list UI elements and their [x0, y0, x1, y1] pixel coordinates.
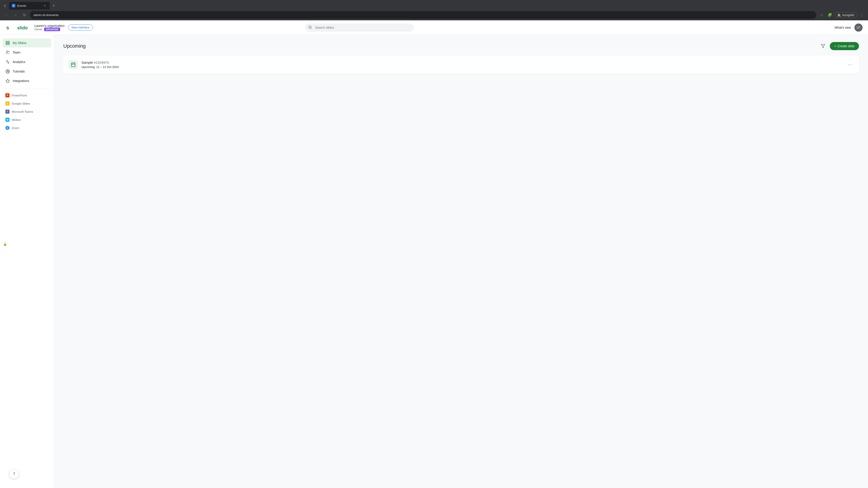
event-name: Sample: [81, 61, 93, 64]
sidebar-item-team[interactable]: Team: [3, 48, 51, 57]
bookmark-button[interactable]: ☆: [818, 11, 825, 19]
tab-close-button[interactable]: ×: [42, 3, 47, 8]
forward-button[interactable]: →: [12, 11, 19, 19]
incognito-button[interactable]: 🕵️ Incognito: [834, 12, 857, 18]
svg-line-4: [311, 28, 311, 29]
event-date-prefix: Upcoming:: [81, 65, 95, 69]
search-icon: [308, 25, 312, 30]
integration-label: Microsoft Teams: [12, 110, 33, 113]
integration-label: Webex: [12, 118, 21, 122]
svg-text:slido: slido: [17, 25, 28, 30]
org-role: Owner: [34, 28, 42, 31]
slido-logo: s: [5, 23, 14, 32]
help-button[interactable]: ?: [9, 469, 19, 479]
svg-point-3: [309, 26, 311, 28]
event-date-range: 11 – 12 Oct 2024: [96, 65, 119, 69]
browser-tab: S Events ×: [9, 2, 50, 9]
sidebar-item-label: Tutorials: [13, 70, 25, 73]
filter-icon: [821, 44, 825, 48]
svg-rect-13: [71, 63, 75, 67]
upgrade-badge[interactable]: UPGRADE: [44, 28, 60, 31]
integration-item-webex[interactable]: W Webex: [3, 116, 51, 124]
back-button[interactable]: ←: [3, 11, 10, 19]
integration-label: Google Slides: [12, 102, 30, 105]
svg-point-9: [6, 51, 8, 53]
integrations-icon: [5, 78, 10, 83]
extensions-button[interactable]: 🧩: [826, 11, 833, 19]
org-info: Lauren's organization Owner UPGRADE: [34, 24, 64, 31]
event-more-button[interactable]: ⋯: [846, 61, 854, 68]
google-slides-icon: G: [5, 101, 9, 105]
integration-item-powerpoint[interactable]: P PowerPoint: [3, 92, 51, 99]
event-card: Sample #2329970 Upcoming: 11 – 12 Oct 20…: [63, 56, 859, 74]
tab-favicon: S: [12, 4, 16, 7]
content-header: Upcoming + Create slido: [63, 42, 859, 50]
team-icon: [5, 50, 10, 55]
svg-point-10: [8, 51, 9, 52]
address-lock-icon: 🔒: [3, 242, 7, 246]
tutorials-icon: [5, 69, 10, 74]
events-list: Sample #2329970 Upcoming: 11 – 12 Oct 20…: [63, 56, 859, 74]
whats-new-button[interactable]: What's new: [835, 26, 851, 29]
svg-rect-8: [8, 43, 9, 45]
section-title: Upcoming: [63, 43, 86, 49]
search-bar: [305, 24, 414, 32]
event-id: #2329970: [94, 61, 109, 64]
sidebar-item-integrations[interactable]: Integrations: [3, 76, 51, 86]
address-text: admin.sli.do/events: [33, 13, 59, 17]
new-tab-button[interactable]: +: [51, 2, 57, 9]
grid-icon: [5, 41, 10, 45]
sidebar-item-my-slidos[interactable]: My Slidos: [3, 38, 51, 47]
sidebar-item-label: Integrations: [13, 79, 29, 83]
sidebar-item-label: Team: [13, 51, 20, 54]
event-title: Sample #2329970: [81, 61, 843, 64]
header-actions: + Create slido: [819, 42, 859, 50]
tab-title: Events: [17, 4, 41, 7]
integration-label: PowerPoint: [12, 94, 27, 97]
integration-item-microsoft-teams[interactable]: T Microsoft Teams: [3, 108, 51, 116]
new-interface-button[interactable]: New interface: [68, 24, 93, 31]
sidebar: My Slidos Team: [0, 35, 54, 488]
browser-menu-button[interactable]: ⋮: [858, 11, 865, 19]
powerpoint-icon: P: [5, 93, 9, 97]
analytics-icon: [5, 60, 10, 64]
filter-button[interactable]: [819, 42, 827, 50]
svg-rect-5: [6, 41, 7, 43]
svg-rect-7: [6, 43, 7, 45]
integration-item-google-slides[interactable]: G Google Slides: [3, 100, 51, 107]
incognito-icon: 🕵️: [837, 13, 841, 17]
address-bar[interactable]: 🔒 admin.sli.do/events: [30, 11, 816, 19]
reload-button[interactable]: ↻: [21, 11, 28, 19]
event-date: Upcoming: 11 – 12 Oct 2024: [81, 65, 843, 69]
svg-text:s: s: [6, 25, 9, 31]
create-slido-label: Create slido: [837, 44, 855, 48]
integration-item-zoom[interactable]: Z Zoom: [3, 124, 51, 132]
sidebar-item-analytics[interactable]: Analytics: [3, 57, 51, 66]
logo[interactable]: s slido: [5, 23, 31, 32]
sidebar-divider: [3, 89, 51, 89]
tab-group-button[interactable]: ❮: [2, 2, 8, 9]
sidebar-item-tutorials[interactable]: Tutorials: [3, 67, 51, 76]
sidebar-item-label: My Slidos: [13, 41, 26, 45]
zoom-icon: Z: [5, 126, 9, 130]
slido-wordmark: slido: [17, 24, 31, 31]
create-slido-button[interactable]: + Create slido: [830, 42, 859, 50]
teams-icon: T: [5, 109, 9, 113]
avatar[interactable]: LP: [855, 24, 863, 32]
svg-rect-6: [8, 41, 9, 43]
org-name: Lauren's organization: [34, 24, 64, 28]
event-info: Sample #2329970 Upcoming: 11 – 12 Oct 20…: [81, 61, 843, 69]
search-input[interactable]: [305, 24, 414, 32]
sidebar-item-label: Analytics: [13, 60, 25, 64]
navbar-right: What's new LP: [835, 24, 863, 32]
event-calendar-icon: [69, 60, 78, 69]
incognito-label: Incognito: [842, 13, 854, 17]
integration-label: Zoom: [12, 126, 19, 130]
top-navbar: s slido Lauren's organization Owner UPGR…: [0, 20, 868, 35]
svg-marker-12: [821, 44, 825, 48]
webex-icon: W: [5, 118, 9, 122]
plus-icon: +: [834, 44, 836, 48]
main-content: Upcoming + Create slido: [54, 35, 868, 488]
